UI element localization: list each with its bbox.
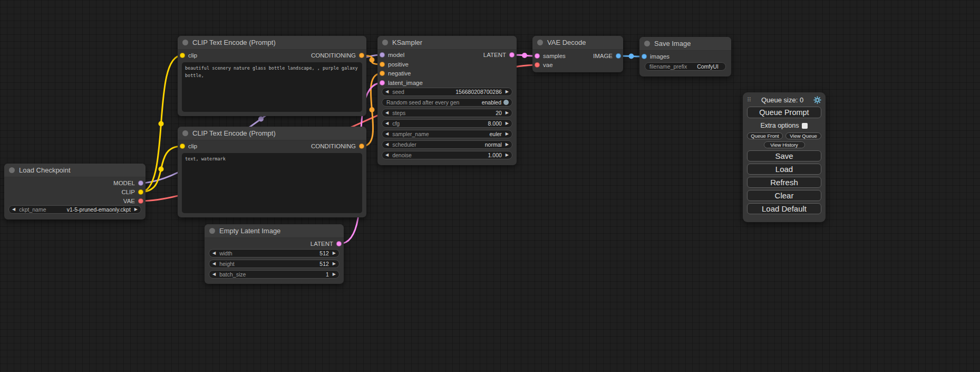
increment-arrow-icon[interactable]: ▶ (506, 90, 509, 94)
save-button[interactable]: Save (747, 150, 821, 161)
random-seed-toggle-widget[interactable]: Random seed after every gen enabled (382, 98, 512, 107)
decrement-arrow-icon[interactable]: ◀ (385, 142, 389, 147)
latent-output-dot[interactable] (336, 241, 342, 246)
vae-input-dot[interactable] (535, 62, 540, 68)
negative-prompt-textarea[interactable]: text, watermark (182, 153, 362, 213)
decrement-arrow-icon[interactable]: ◀ (212, 272, 216, 276)
output-slot-label: CONDITIONING (311, 143, 356, 149)
queue-panel: ⠿ Queue size: 0 Queue Prompt Extra optio… (743, 92, 826, 222)
clip-input-dot[interactable] (180, 144, 185, 149)
denoise-widget[interactable]: ◀ denoise 1.000 ▶ (382, 151, 512, 159)
node-ksampler[interactable]: KSampler model positive negative latent_… (377, 36, 517, 165)
conditioning-input-dot[interactable] (380, 71, 385, 76)
decrement-arrow-icon[interactable]: ◀ (212, 251, 216, 255)
view-queue-button[interactable]: View Queue (785, 132, 821, 139)
cfg-widget[interactable]: ◀ cfg 8.000 ▶ (382, 119, 512, 128)
decrement-arrow-icon[interactable]: ◀ (385, 90, 389, 94)
clear-button[interactable]: Clear (747, 190, 821, 201)
latent-input-dot[interactable] (535, 53, 540, 59)
node-load-checkpoint[interactable]: Load Checkpoint MODEL CLIP VAE ◀ ckpt_na… (4, 164, 145, 220)
positive-prompt-textarea[interactable]: beautiful scenery nature glass bottle la… (182, 62, 362, 112)
settings-gear-icon[interactable] (813, 96, 821, 104)
decrement-arrow-icon[interactable]: ◀ (385, 153, 389, 157)
model-input-dot[interactable] (380, 52, 385, 58)
conditioning-output-dot[interactable] (359, 144, 364, 149)
node-title: CLIP Text Encode (Prompt) (192, 129, 276, 137)
increment-arrow-icon[interactable]: ▶ (333, 251, 336, 255)
toggle-dot[interactable] (503, 100, 509, 105)
node-graph-canvas[interactable]: Load Checkpoint MODEL CLIP VAE ◀ ckpt_na… (0, 0, 980, 372)
ckpt-name-widget[interactable]: ◀ ckpt_name v1-5-pruned-emaonly.ckpt ▶ (8, 205, 141, 214)
refresh-button[interactable]: Refresh (747, 177, 821, 188)
node-clip-text-encode-negative[interactable]: CLIP Text Encode (Prompt) clip CONDITION… (178, 127, 366, 217)
collapse-dot[interactable] (182, 130, 188, 136)
collapse-dot[interactable] (209, 228, 215, 234)
node-title-bar[interactable]: VAE Decode (532, 36, 623, 50)
increment-arrow-icon[interactable]: ▶ (506, 153, 509, 157)
width-widget[interactable]: ◀ width 512 ▶ (209, 249, 339, 257)
queue-prompt-button[interactable]: Queue Prompt (747, 107, 821, 118)
node-title-bar[interactable]: Load Checkpoint (4, 164, 145, 177)
collapse-dot[interactable] (644, 41, 650, 46)
decrement-arrow-icon[interactable]: ◀ (385, 121, 389, 126)
node-vae-decode[interactable]: VAE Decode samples vae IMAGE (532, 36, 623, 72)
node-title-bar[interactable]: CLIP Text Encode (Prompt) (178, 36, 366, 50)
clip-output-dot[interactable] (138, 189, 143, 195)
model-output-dot[interactable] (138, 180, 143, 186)
extra-options-checkbox[interactable] (802, 123, 808, 129)
input-slot-negative: negative (380, 69, 411, 78)
latent-output-dot[interactable] (509, 52, 515, 58)
increment-arrow-icon[interactable]: ▶ (506, 132, 509, 136)
load-button[interactable]: Load (747, 164, 821, 175)
node-save-image[interactable]: Save Image images filename_prefix ComfyU… (639, 37, 731, 77)
output-slot-label: CLIP (121, 189, 135, 195)
node-title-bar[interactable]: CLIP Text Encode (Prompt) (178, 127, 366, 140)
collapse-dot[interactable] (9, 167, 15, 173)
output-slot-clip: CLIP (121, 187, 143, 197)
node-title-bar[interactable]: KSampler (377, 36, 517, 50)
conditioning-input-dot[interactable] (380, 62, 385, 67)
output-slot-label: CONDITIONING (311, 52, 356, 59)
decrement-arrow-icon[interactable]: ◀ (385, 111, 389, 115)
height-widget[interactable]: ◀ height 512 ▶ (209, 260, 339, 268)
conditioning-output-dot[interactable] (359, 53, 364, 58)
node-title: VAE Decode (547, 39, 586, 46)
image-output-dot[interactable] (616, 53, 621, 59)
node-clip-text-encode-positive[interactable]: CLIP Text Encode (Prompt) clip CONDITION… (178, 36, 366, 116)
wire-midpoint-dot (159, 167, 164, 172)
input-slot-label: latent_image (388, 80, 423, 86)
batch-size-widget[interactable]: ◀ batch_size 1 ▶ (209, 270, 339, 279)
increment-arrow-icon[interactable]: ▶ (134, 207, 138, 212)
node-title-bar[interactable]: Save Image (639, 37, 731, 51)
collapse-dot[interactable] (382, 40, 388, 45)
decrement-arrow-icon[interactable]: ◀ (212, 262, 216, 266)
image-input-dot[interactable] (642, 54, 647, 59)
vae-output-dot[interactable] (138, 198, 143, 204)
increment-arrow-icon[interactable]: ▶ (506, 142, 509, 147)
collapse-dot[interactable] (537, 40, 543, 45)
increment-arrow-icon[interactable]: ▶ (333, 272, 336, 276)
increment-arrow-icon[interactable]: ▶ (506, 121, 509, 126)
steps-widget[interactable]: ◀ steps 20 ▶ (382, 109, 512, 117)
output-slot-label: MODEL (113, 180, 135, 186)
sampler-name-widget[interactable]: ◀ sampler_name euler ▶ (382, 130, 512, 138)
node-title-bar[interactable]: Empty Latent Image (205, 224, 344, 238)
queue-front-button[interactable]: Queue Front (747, 132, 783, 139)
scheduler-widget[interactable]: ◀ scheduler normal ▶ (382, 140, 512, 149)
view-history-button[interactable]: View History (764, 141, 805, 148)
node-empty-latent-image[interactable]: Empty Latent Image LATENT ◀ width 512 ▶ … (205, 224, 344, 284)
load-default-button[interactable]: Load Default (747, 203, 821, 214)
input-slot-clip: clip (180, 141, 197, 151)
input-slot-label: samples (543, 53, 566, 59)
decrement-arrow-icon[interactable]: ◀ (385, 132, 389, 136)
clip-input-dot[interactable] (180, 53, 185, 58)
filename-prefix-widget[interactable]: filename_prefix ComfyUI (645, 62, 726, 71)
input-slot-samples: samples (535, 51, 566, 61)
drag-handle-icon[interactable]: ⠿ (747, 97, 751, 103)
seed-widget[interactable]: ◀ seed 156680208700286 ▶ (382, 88, 512, 96)
latent-input-dot[interactable] (380, 80, 385, 85)
increment-arrow-icon[interactable]: ▶ (506, 111, 509, 115)
collapse-dot[interactable] (182, 40, 188, 45)
increment-arrow-icon[interactable]: ▶ (333, 262, 336, 266)
decrement-arrow-icon[interactable]: ◀ (12, 207, 15, 212)
